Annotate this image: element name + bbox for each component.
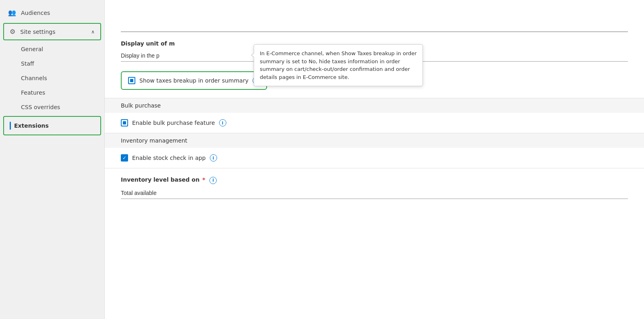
top-border (121, 31, 628, 32)
enable-bulk-checkbox[interactable] (121, 119, 128, 126)
sidebar-item-audiences[interactable]: 👥 Audiences (0, 4, 104, 21)
bulk-info-icon[interactable]: i (219, 119, 226, 126)
sidebar-extensions-label: Extensions (14, 122, 49, 129)
required-star: * (200, 176, 205, 183)
sidebar-item-channels[interactable]: Channels (0, 71, 104, 85)
sidebar-item-css-overrides[interactable]: CSS overrides (0, 100, 104, 114)
inventory-level-input[interactable] (121, 187, 628, 199)
audiences-icon: 👥 (8, 9, 16, 17)
enable-bulk-row[interactable]: Enable bulk purchase feature i (121, 113, 628, 133)
sidebar-item-staff[interactable]: Staff (0, 56, 104, 71)
top-input-section (121, 0, 628, 32)
stock-info-icon[interactable]: i (210, 154, 217, 162)
bulk-purchase-header: Bulk purchase (105, 98, 644, 113)
show-taxes-row[interactable]: Show taxes breakup in order summary i (121, 71, 267, 90)
sidebar-item-features[interactable]: Features (0, 85, 104, 100)
tooltip-box: In E-Commerce channel, when Show Taxes b… (254, 44, 423, 86)
show-taxes-label: Show taxes breakup in order summary (139, 77, 248, 84)
inventory-info-icon[interactable]: i (209, 177, 217, 184)
main-content: Display unit of m In E-Commerce channel,… (105, 0, 644, 319)
display-unit-section: Display unit of m In E-Commerce channel,… (121, 32, 628, 68)
sidebar-sub-items: General Staff Channels Features CSS over… (0, 42, 104, 114)
sidebar-audiences-label: Audiences (21, 10, 50, 16)
checkbox-inner-bulk (123, 121, 126, 124)
enable-bulk-label: Enable bulk purchase feature (132, 120, 215, 126)
enable-stock-label: Enable stock check in app (132, 155, 206, 161)
sidebar-item-general[interactable]: General (0, 42, 104, 56)
inventory-level-label: Inventory level based on * i (121, 176, 628, 184)
sidebar-site-settings-label: Site settings (20, 29, 55, 35)
inventory-level-section: Inventory level based on * i (121, 168, 628, 205)
sidebar: 👥 Audiences ⚙ Site settings ∧ General St… (0, 0, 105, 319)
tooltip-text: In E-Commerce channel, when Show Taxes b… (260, 50, 417, 80)
enable-stock-row[interactable]: ✓ Enable stock check in app i (121, 148, 628, 168)
inventory-mgmt-header: Inventory management (105, 133, 644, 148)
sidebar-item-site-settings[interactable]: ⚙ Site settings ∧ (3, 23, 101, 40)
enable-stock-checkbox[interactable]: ✓ (121, 154, 128, 162)
gear-icon: ⚙ (10, 28, 15, 35)
checkbox-inner (130, 79, 133, 82)
show-taxes-checkbox[interactable] (128, 77, 135, 84)
checkmark-icon: ✓ (122, 155, 126, 160)
sidebar-item-extensions[interactable]: Extensions (3, 116, 101, 135)
chevron-up-icon: ∧ (91, 29, 95, 35)
active-indicator (10, 122, 11, 130)
